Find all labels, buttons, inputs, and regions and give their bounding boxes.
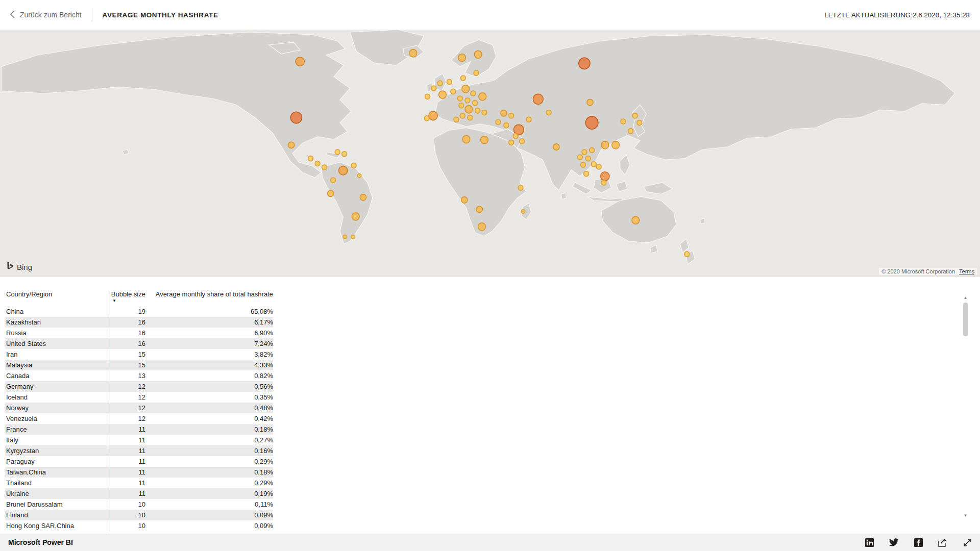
hashrate-bubble[interactable] <box>637 120 642 126</box>
hashrate-bubble[interactable] <box>601 180 606 185</box>
resize-diagonal-icon[interactable] <box>963 538 972 547</box>
hashrate-bubble[interactable] <box>451 89 456 94</box>
hashrate-bubble[interactable] <box>429 111 437 120</box>
hashrate-bubble[interactable] <box>501 110 507 117</box>
hashrate-bubble[interactable] <box>520 139 525 144</box>
hashrate-bubble[interactable] <box>296 57 304 66</box>
hashrate-bubble[interactable] <box>513 134 518 139</box>
hashrate-bubble[interactable] <box>584 171 589 177</box>
table-row[interactable]: Italy110,27% <box>5 435 273 445</box>
table-row[interactable]: Malaysia154,33% <box>5 360 273 370</box>
hashrate-bubble[interactable] <box>352 213 359 220</box>
hashrate-bubble[interactable] <box>328 190 334 197</box>
hashrate-bubble[interactable] <box>601 141 609 149</box>
table-row[interactable]: Ukraine110,19% <box>5 488 273 499</box>
hashrate-bubble[interactable] <box>587 99 593 106</box>
table-row[interactable]: Kyrgyzstan110,16% <box>5 445 273 456</box>
hashrate-bubble[interactable] <box>454 117 459 122</box>
hashrate-bubble[interactable] <box>518 185 523 190</box>
vertical-scrollbar[interactable]: ▲ ▼ <box>962 294 969 519</box>
hashrate-bubble[interactable] <box>351 163 356 168</box>
table-row[interactable]: Thailand110,29% <box>5 478 273 488</box>
table-row[interactable]: Venezuela120,42% <box>5 413 273 424</box>
share-icon[interactable] <box>938 538 948 547</box>
hashrate-bubble[interactable] <box>579 58 590 69</box>
hashrate-bubble[interactable] <box>601 172 609 181</box>
hashrate-bubble[interactable] <box>632 113 638 118</box>
hashrate-bubble[interactable] <box>473 101 478 106</box>
hashrate-bubble[interactable] <box>591 162 596 167</box>
hashrate-bubble[interactable] <box>343 235 347 239</box>
hashrate-bubble[interactable] <box>339 166 348 176</box>
hashrate-bubble[interactable] <box>447 80 452 85</box>
hashrate-bubble[interactable] <box>465 98 470 103</box>
hashrate-bubble[interactable] <box>288 142 294 148</box>
table-row[interactable]: Germany120,56% <box>5 381 273 392</box>
table-row[interactable]: China1965,08% <box>5 306 273 317</box>
hashrate-bubble[interactable] <box>577 155 582 160</box>
scroll-up-icon[interactable]: ▲ <box>962 294 969 301</box>
hashrate-bubble[interactable] <box>458 54 466 62</box>
hashrate-bubble[interactable] <box>478 223 486 231</box>
twitter-icon[interactable] <box>889 538 899 546</box>
hashrate-bubble[interactable] <box>431 86 436 91</box>
hashrate-bubble[interactable] <box>474 51 482 58</box>
hashrate-bubble[interactable] <box>409 49 417 57</box>
hashrate-bubble[interactable] <box>331 178 336 183</box>
hashrate-bubble[interactable] <box>546 110 551 115</box>
hashrate-bubble[interactable] <box>351 235 355 239</box>
hashrate-bubble[interactable] <box>632 216 640 224</box>
hashrate-bubble[interactable] <box>481 136 488 144</box>
hashrate-bubble[interactable] <box>460 76 465 81</box>
hashrate-bubble[interactable] <box>437 81 443 86</box>
hashrate-bubble[interactable] <box>479 93 486 101</box>
hashrate-bubble[interactable] <box>526 117 531 122</box>
back-to-report-button[interactable]: Zurück zum Bericht <box>10 10 82 20</box>
hashrate-bubble[interactable] <box>621 119 626 124</box>
hashrate-bubble[interactable] <box>509 113 514 118</box>
hashrate-bubble[interactable] <box>462 85 470 93</box>
column-header-country[interactable]: Country/Region <box>5 290 110 306</box>
hashrate-bubble[interactable] <box>509 140 514 145</box>
table-row[interactable]: Brunei Darussalam100,11% <box>5 499 273 510</box>
hashrate-bubble[interactable] <box>585 116 598 129</box>
hashrate-bubble[interactable] <box>496 119 501 124</box>
hashrate-bubble[interactable] <box>335 149 340 155</box>
hashrate-bubble[interactable] <box>474 70 479 76</box>
bing-logo[interactable]: Bing <box>7 262 32 272</box>
hashrate-bubble[interactable] <box>315 161 320 166</box>
table-row[interactable]: Hong Kong SAR,China100,09% <box>5 520 273 531</box>
facebook-icon[interactable] <box>914 538 923 547</box>
hashrate-bubble[interactable] <box>457 96 462 101</box>
hashrate-bubble[interactable] <box>460 113 465 118</box>
hashrate-bubble[interactable] <box>596 164 601 169</box>
hashrate-bubble[interactable] <box>585 156 591 161</box>
table-row[interactable]: Norway120,48% <box>5 403 273 413</box>
table-row[interactable]: United States167,24% <box>5 338 273 349</box>
table-row[interactable]: Kazakhstan166,17% <box>5 317 273 328</box>
hashrate-bubble[interactable] <box>582 149 587 155</box>
hashrate-bubble[interactable] <box>439 91 447 98</box>
hashrate-bubble[interactable] <box>482 110 487 115</box>
hashrate-bubble[interactable] <box>612 141 620 149</box>
table-row[interactable]: Taiwan,China110,18% <box>5 467 273 478</box>
hashrate-bubble[interactable] <box>322 165 327 170</box>
scrollbar-thumb[interactable] <box>963 303 968 336</box>
hashrate-bubble[interactable] <box>504 123 509 128</box>
world-map[interactable] <box>0 30 980 277</box>
table-row[interactable]: Iceland120,35% <box>5 392 273 403</box>
hashrate-bubble[interactable] <box>581 162 586 167</box>
hashrate-bubble[interactable] <box>684 252 690 257</box>
hashrate-bubble[interactable] <box>553 144 559 151</box>
map-visual[interactable]: Bing © 2020 Microsoft Corporation Terms <box>0 30 980 277</box>
table-row[interactable]: France110,18% <box>5 424 273 435</box>
table-row[interactable]: Paraguay110,29% <box>5 456 273 467</box>
table-row[interactable]: Canada130,82% <box>5 370 273 381</box>
column-resize-line[interactable] <box>110 291 110 531</box>
sort-descending-icon[interactable]: ▼ <box>112 299 116 303</box>
table-row[interactable]: Russia166,90% <box>5 328 273 338</box>
hashrate-bubble[interactable] <box>590 147 595 153</box>
hashrate-bubble[interactable] <box>308 156 313 161</box>
linkedin-icon[interactable] <box>865 538 874 547</box>
hashrate-bubble[interactable] <box>465 106 473 113</box>
